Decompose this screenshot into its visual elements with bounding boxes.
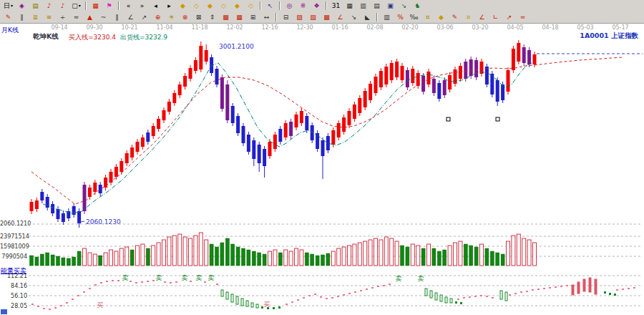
trading-app-window: { "window": {"background": "#d6d3ce"}, "… xyxy=(0,0,644,315)
chart-surface[interactable] xyxy=(0,24,644,315)
